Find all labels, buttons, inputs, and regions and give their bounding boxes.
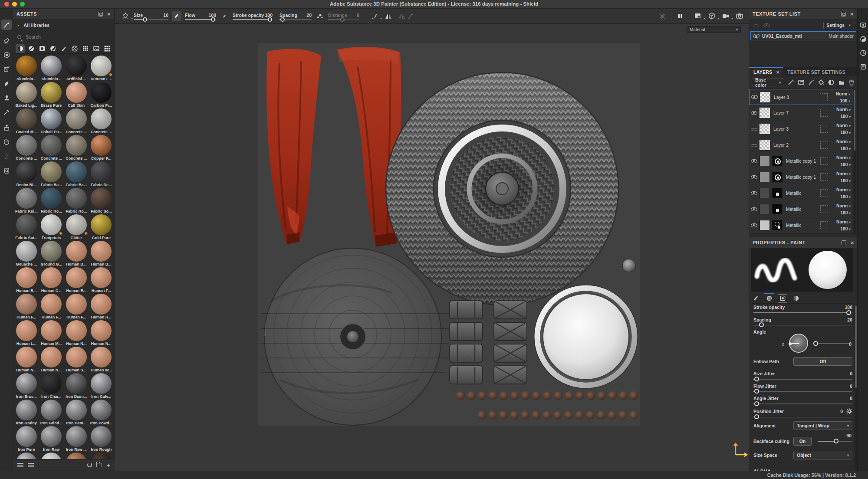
- layer-visibility-icon[interactable]: [751, 175, 757, 179]
- add-paint-layer-icon[interactable]: [808, 79, 815, 86]
- property-slider-flow-jitter[interactable]: Flow Jitter0: [753, 384, 852, 392]
- asset-item[interactable]: Human S...: [64, 347, 89, 373]
- blend-mode-dropdown[interactable]: Norm ▾: [836, 171, 851, 176]
- layer-row[interactable]: Layer 8Norm ▾100 ▾: [749, 89, 852, 105]
- layer-visibility-icon[interactable]: [751, 95, 758, 99]
- asset-item[interactable]: [89, 453, 114, 459]
- layer-opacity-dropdown[interactable]: 100 ▾: [841, 210, 851, 215]
- tab-layers[interactable]: LAYERS ×: [749, 67, 783, 76]
- layer-opacity-dropdown[interactable]: 100 ▾: [840, 98, 850, 103]
- asset-item[interactable]: Human F...: [14, 294, 39, 320]
- gear-icon[interactable]: [846, 408, 852, 414]
- asset-item[interactable]: Human C...: [39, 267, 64, 294]
- blend-mode-dropdown[interactable]: Norm ▾: [836, 139, 851, 144]
- asset-item[interactable]: Fabric Ro...: [39, 188, 64, 214]
- asset-item[interactable]: Human M...: [39, 320, 64, 347]
- asset-item[interactable]: Concrete ...: [64, 135, 89, 161]
- blend-mode-dropdown[interactable]: Norm ▾: [836, 220, 851, 224]
- asset-item[interactable]: Human L...: [14, 320, 39, 347]
- geometry-mask-tool-button[interactable]: [1, 137, 12, 147]
- layer-visibility-icon[interactable]: [751, 111, 757, 115]
- layer-thumbnail[interactable]: [760, 156, 770, 166]
- property-slider-stroke-opacity[interactable]: Stroke opacity100: [753, 305, 852, 313]
- close-panel-icon[interactable]: ×: [850, 11, 854, 17]
- asset-thumbnail[interactable]: [16, 294, 37, 315]
- asset-thumbnail[interactable]: [91, 56, 112, 76]
- asset-thumbnail[interactable]: [66, 294, 87, 315]
- material-picker-tool-button[interactable]: [1, 107, 12, 117]
- blend-mode-dropdown[interactable]: Norm ▾: [836, 155, 851, 160]
- layer-visibility-icon[interactable]: [751, 144, 757, 147]
- asset-thumbnail[interactable]: [91, 161, 112, 182]
- asset-item[interactable]: Iron Powd...: [89, 400, 114, 426]
- layer-visibility-icon[interactable]: [751, 207, 757, 211]
- camera-video-icon[interactable]: ▾: [721, 11, 730, 21]
- asset-thumbnail[interactable]: [16, 320, 37, 341]
- asset-item[interactable]: Calf Skin: [64, 82, 89, 108]
- asset-thumbnail[interactable]: [66, 347, 87, 367]
- layer-row[interactable]: Metallic copy 1Norm ▾100 ▾: [749, 169, 852, 185]
- asset-thumbnail[interactable]: [91, 241, 112, 262]
- tab-material-icon[interactable]: [791, 294, 801, 303]
- asset-thumbnail[interactable]: [16, 400, 37, 420]
- asset-thumbnail[interactable]: [91, 320, 112, 341]
- filter-filters-icon[interactable]: [48, 44, 57, 53]
- asset-item[interactable]: Iron Raw: [39, 426, 64, 453]
- add-effect-icon[interactable]: [798, 79, 805, 86]
- filter-smart-masks-icon[interactable]: [37, 44, 46, 53]
- layer-row[interactable]: MetallicNorm ▾100 ▾: [749, 185, 852, 201]
- asset-thumbnail[interactable]: [41, 400, 62, 420]
- uv-canvas[interactable]: [115, 24, 749, 471]
- layer-opacity-dropdown[interactable]: 100 ▾: [841, 226, 851, 231]
- blend-mode-dropdown[interactable]: Norm ▾: [836, 92, 850, 96]
- asset-thumbnail[interactable]: [41, 108, 62, 129]
- asset-thumbnail[interactable]: [16, 108, 37, 129]
- asset-thumbnail[interactable]: [66, 135, 87, 156]
- property-slider-angle-jitter[interactable]: Angle Jitter0: [753, 396, 852, 404]
- asset-item[interactable]: Autumn L...: [89, 56, 114, 82]
- asset-item[interactable]: Coated M...: [14, 108, 39, 135]
- asset-thumbnail[interactable]: [41, 267, 62, 288]
- asset-thumbnail[interactable]: [16, 135, 37, 156]
- asset-item[interactable]: Aluminiu...: [14, 56, 39, 82]
- asset-item[interactable]: Human W...: [89, 347, 114, 373]
- asset-thumbnail[interactable]: [91, 453, 112, 459]
- asset-item[interactable]: Artificial ...: [64, 56, 89, 82]
- layer-thumbnail[interactable]: [760, 188, 770, 198]
- backface-culling-toggle[interactable]: On: [793, 437, 812, 446]
- asset-item[interactable]: Concrete ...: [89, 108, 114, 135]
- property-slider-size-jitter[interactable]: Size Jitter0: [753, 371, 852, 380]
- asset-thumbnail[interactable]: [41, 373, 62, 394]
- layer-mask-thumbnail[interactable]: [772, 220, 783, 230]
- viewport-2d[interactable]: Material ▾: [115, 24, 749, 471]
- asset-item[interactable]: Human H...: [89, 294, 114, 320]
- asset-item[interactable]: Fabric De...: [89, 161, 114, 188]
- asset-item[interactable]: Gold Pure: [89, 214, 114, 241]
- layer-visibility-icon[interactable]: [751, 223, 757, 227]
- asset-item[interactable]: Fabric Kni...: [14, 188, 39, 214]
- tab-stencil-icon[interactable]: [778, 294, 787, 303]
- close-panel-icon[interactable]: ×: [107, 11, 111, 17]
- asset-item[interactable]: Fabric Ba...: [39, 161, 64, 188]
- tab-texture-set-settings[interactable]: TEXTURE SET SETTINGS: [783, 67, 850, 76]
- asset-thumbnail[interactable]: [41, 294, 62, 315]
- asset-item[interactable]: Iron Raw ...: [64, 426, 89, 453]
- layer-thumbnail[interactable]: [760, 140, 770, 150]
- asset-thumbnail[interactable]: [91, 82, 112, 103]
- layer-row[interactable]: Layer 2Norm ▾100 ▾: [749, 137, 852, 153]
- show-all-eye-icon[interactable]: [763, 23, 770, 27]
- symmetry-icon[interactable]: [384, 11, 393, 21]
- layer-opacity-dropdown[interactable]: 100 ▾: [841, 194, 851, 199]
- asset-item[interactable]: Fabric So...: [89, 188, 114, 214]
- layer-opacity-dropdown[interactable]: 100 ▾: [841, 178, 851, 183]
- asset-thumbnail[interactable]: [91, 267, 112, 288]
- alignment-dropdown[interactable]: Tangent | Wrap▾: [793, 421, 852, 430]
- asset-item[interactable]: Ground G...: [39, 241, 64, 267]
- layer-mask-thumbnail[interactable]: [772, 156, 783, 166]
- layer-visibility-icon[interactable]: [751, 128, 757, 131]
- texture-set-item[interactable]: UV01_Escudo_mtl Main shader: [750, 31, 856, 40]
- clone-tool-button[interactable]: [1, 92, 12, 103]
- layer-opacity-dropdown[interactable]: 100 ▾: [841, 146, 851, 151]
- smudge-tool-button[interactable]: [1, 78, 12, 89]
- layer-thumbnail[interactable]: [760, 172, 770, 182]
